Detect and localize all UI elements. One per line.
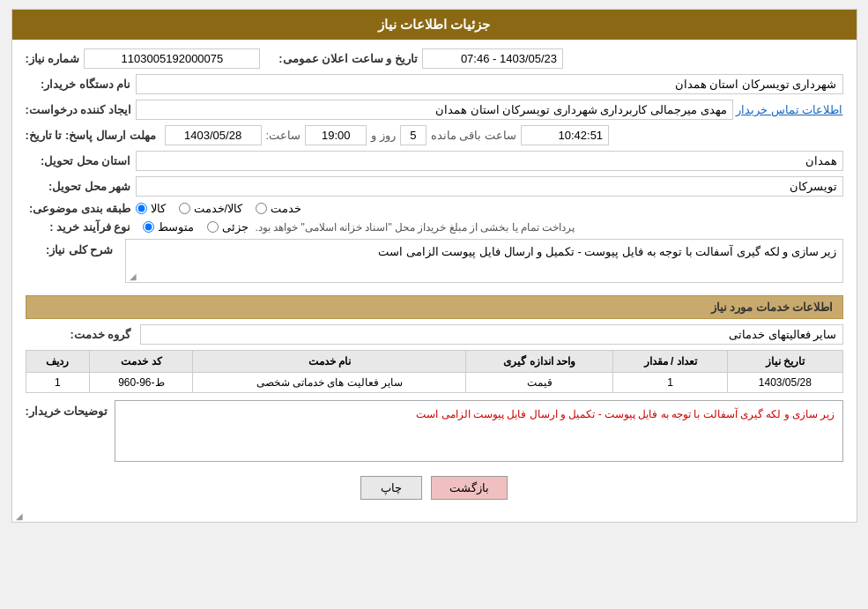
category-both-label: کالا/خدمت	[194, 202, 243, 215]
buyer-notes-value: زیر سازی و لکه گیری آسفالت با توجه به فا…	[416, 408, 835, 420]
row-quantity: 1	[613, 373, 728, 393]
category-service-radio[interactable]	[256, 203, 267, 214]
creator-value: مهدی میرجمالی کاربرداری شهرداری تویسرکان…	[136, 100, 733, 120]
deadline-date-value: 1403/05/28	[165, 125, 262, 145]
category-goods-radio[interactable]	[136, 203, 147, 214]
province-label: استان محل تحویل:	[26, 154, 131, 167]
row-code: ط-96-960	[90, 373, 193, 393]
row-number: 1	[26, 373, 90, 393]
announce-date-value: 1403/05/23 - 07:46	[422, 48, 563, 69]
process-option-partial[interactable]: جزئی	[207, 220, 249, 234]
deadline-days-value: 5	[400, 125, 427, 145]
row-date: 1403/05/28	[728, 373, 842, 393]
category-option-goods[interactable]: کالا	[136, 202, 166, 215]
buttons-row: بازگشت چاپ	[26, 476, 843, 513]
category-both-radio[interactable]	[179, 203, 190, 214]
city-row: تویسرکان شهر محل تحویل:	[26, 176, 843, 197]
deadline-label: مهلت ارسال پاسخ: تا تاریخ:	[26, 129, 156, 142]
process-row: پرداخت تمام یا بخشی از مبلغ خریداز محل "…	[26, 220, 843, 234]
process-medium-label: متوسط	[158, 220, 194, 234]
description-label: شرح کلی نیاز:	[26, 239, 114, 256]
city-label: شهر محل تحویل:	[26, 180, 131, 193]
days-label: روز و	[371, 129, 396, 142]
need-number-label: شماره نیاز:	[26, 52, 80, 65]
group-service-value: سایر فعالیتهای خدماتی	[140, 324, 843, 345]
table-header-row: تاریخ نیاز تعداد / مقدار واحد اندازه گیر…	[26, 351, 842, 373]
process-medium-radio[interactable]	[143, 221, 154, 233]
col-unit: واحد اندازه گیری	[466, 351, 613, 373]
col-code: کد خدمت	[90, 351, 193, 373]
resize-handle: ◢	[128, 271, 137, 280]
group-service-row: سایر فعالیتهای خدماتی گروه خدمت:	[26, 324, 843, 345]
buyer-notes-row: زیر سازی و لکه گیری آسفالت با توجه به فا…	[26, 400, 843, 467]
need-number-value: 1103005192000075	[84, 48, 260, 69]
category-service-label: خدمت	[271, 202, 301, 215]
col-quantity: تعداد / مقدار	[613, 351, 728, 373]
category-goods-label: کالا	[151, 202, 166, 215]
category-option-both[interactable]: کالا/خدمت	[179, 202, 243, 215]
buyer-notes-resize: ◢	[14, 511, 23, 520]
description-section: زیر سازی و لکه گیری آسفالت با توجه به فا…	[26, 239, 843, 288]
deadline-remaining-value: 10:42:51	[521, 125, 609, 145]
buyer-org-label: نام دستگاه خریدار:	[26, 78, 131, 91]
category-option-service[interactable]: خدمت	[256, 202, 301, 215]
province-value: همدان	[136, 151, 843, 171]
description-value: زیر سازی و لکه گیری آسفالت با توجه به فا…	[378, 245, 836, 258]
process-label: نوع فرآیند خرید :	[26, 220, 131, 234]
col-date: تاریخ نیاز	[728, 351, 842, 373]
creator-row: اطلاعات تماس خریدار مهدی میرجمالی کاربرد…	[26, 100, 843, 120]
category-options: خدمت کالا/خدمت کالا	[136, 202, 302, 215]
col-name: نام خدمت	[193, 351, 466, 373]
deadline-time-value: 19:00	[305, 125, 367, 145]
buyer-org-value: شهرداری تویسرکان استان همدان	[136, 74, 843, 94]
process-partial-label: جزئی	[222, 220, 249, 234]
print-button[interactable]: چاپ	[360, 476, 422, 500]
col-row: ردیف	[26, 351, 90, 373]
announce-row: 1403/05/23 - 07:46 تاریخ و ساعت اعلان عم…	[26, 48, 843, 69]
process-desc: پرداخت تمام یا بخشی از مبلغ خریداز محل "…	[256, 221, 575, 234]
creator-label: ایجاد کننده درخواست:	[26, 103, 132, 116]
services-table: تاریخ نیاز تعداد / مقدار واحد اندازه گیر…	[26, 350, 843, 393]
services-section-header: اطلاعات خدمات مورد نیاز	[26, 295, 843, 319]
time-label: ساعت:	[266, 129, 301, 142]
contact-link[interactable]: اطلاعات تماس خریدار	[736, 103, 842, 116]
description-box: زیر سازی و لکه گیری آسفالت با توجه به فا…	[125, 239, 843, 283]
row-name: سایر فعالیت های خدماتی شخصی	[193, 373, 466, 393]
table-row: 1403/05/28 1 قیمت سایر فعالیت های خدماتی…	[26, 373, 842, 393]
buyer-notes-label: توضیحات خریدار:	[26, 400, 108, 418]
process-partial-radio[interactable]	[207, 221, 219, 233]
category-label: طبقه بندی موضوعی:	[26, 202, 131, 215]
announce-label: تاریخ و ساعت اعلان عمومی:	[278, 52, 418, 65]
category-row: خدمت کالا/خدمت کالا طبقه بندی موضوعی:	[26, 202, 843, 215]
buyer-notes-box: زیر سازی و لکه گیری آسفالت با توجه به فا…	[115, 400, 842, 462]
city-value: تویسرکان	[136, 176, 843, 197]
page-title: جزئیات اطلاعات نیاز	[12, 10, 857, 40]
back-button[interactable]: بازگشت	[431, 476, 508, 500]
buyer-org-row: شهرداری تویسرکان استان همدان نام دستگاه …	[26, 74, 843, 94]
row-unit: قیمت	[466, 373, 613, 393]
process-option-medium[interactable]: متوسط	[143, 220, 194, 234]
group-service-label: گروه خدمت:	[26, 328, 131, 341]
deadline-row: 10:42:51 ساعت باقی مانده 5 روز و 19:00 س…	[26, 125, 843, 145]
process-options: جزئی متوسط	[143, 220, 249, 234]
remaining-label: ساعت باقی مانده	[431, 129, 516, 142]
province-row: همدان استان محل تحویل:	[26, 151, 843, 171]
